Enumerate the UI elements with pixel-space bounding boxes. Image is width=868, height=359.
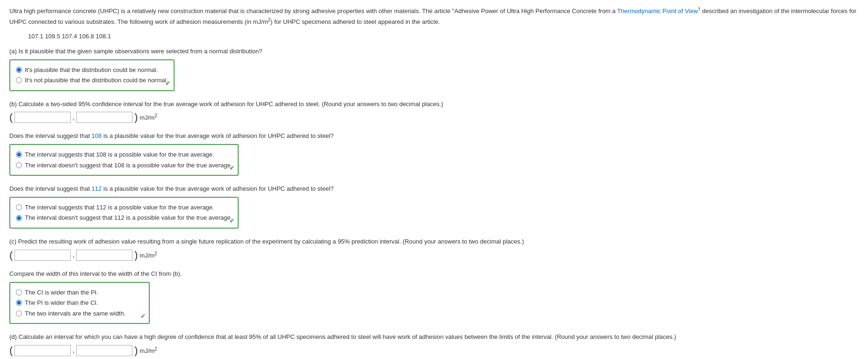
part-b-108-option1-label: The interval suggests that 108 is a poss…: [25, 150, 214, 159]
part-b-q2-text1: Does the interval suggest that: [9, 132, 92, 139]
part-c-compare-option3[interactable]: The two intervals are the same width.: [16, 309, 143, 318]
part-b-108-answer-box: The interval suggests that 108 is a poss…: [9, 144, 239, 176]
part-b-input1[interactable]: [15, 112, 71, 123]
part-c-compare-answer-box: The CI is wider than the PI. The PI is w…: [9, 282, 150, 324]
part-b-q3-text2: is a plausible value for the true averag…: [102, 185, 334, 192]
open-paren-c: (: [9, 250, 13, 260]
part-a-option1-label: It's plausible that the distribution cou…: [25, 65, 158, 75]
part-b-q2-highlight: 108: [92, 132, 102, 139]
comma-c: ,: [73, 250, 74, 260]
intro-paragraph: Ultra high performance concrete (UHPC) i…: [9, 6, 859, 27]
part-b-108-section: Does the interval suggest that 108 is a …: [9, 131, 859, 176]
open-paren-d: (: [9, 345, 13, 356]
part-b-input-row: ( , ) mJ/m2: [9, 112, 859, 123]
part-d-input2[interactable]: [76, 345, 132, 356]
part-c-compare-option1[interactable]: The CI is wider than the PI.: [16, 288, 143, 297]
open-paren-b: (: [9, 112, 13, 122]
data-values: 107.1 109.5 107.4 106.8 108.1: [28, 32, 859, 41]
part-c-compare-section: Compare the width of this interval to th…: [9, 269, 859, 324]
part-b-108-checkmark: ✔: [229, 163, 235, 173]
part-b-112-option1[interactable]: The interval suggests that 112 is a poss…: [16, 203, 232, 212]
part-a-checkmark: ✔: [165, 79, 171, 88]
part-d-units: mJ/m2: [140, 345, 157, 356]
part-a-radio2[interactable]: [16, 77, 22, 83]
close-paren-b: ): [134, 112, 138, 122]
close-paren-c: ): [134, 250, 138, 260]
part-c-input-row: ( , ) mJ/m2: [9, 250, 859, 261]
close-paren-d: ): [134, 345, 138, 356]
part-b-units: mJ/m2: [140, 112, 157, 122]
part-c-compare-radio1[interactable]: [16, 289, 22, 295]
part-c-compare-radio2[interactable]: [16, 300, 22, 306]
part-a-section: (a) Is it plausible that the given sampl…: [9, 47, 859, 91]
part-a-answer-box: It's plausible that the distribution cou…: [9, 59, 175, 91]
part-b-108-radio2[interactable]: [16, 162, 22, 168]
part-a-radio1[interactable]: [16, 67, 22, 73]
part-b-112-section: Does the interval suggest that 112 is a …: [9, 184, 859, 229]
part-b-112-option1-label: The interval suggests that 112 is a poss…: [25, 203, 214, 212]
part-b-112-answer-box: The interval suggests that 112 is a poss…: [9, 197, 239, 229]
comma-b: ,: [73, 113, 74, 122]
part-c-compare-option1-label: The CI is wider than the PI.: [25, 288, 98, 297]
part-b-108-radio1[interactable]: [16, 151, 22, 158]
part-b-112-radio1[interactable]: [16, 204, 22, 210]
part-c-compare-option2[interactable]: The PI is wider than the CI.: [16, 298, 143, 308]
part-c-compare-radio3[interactable]: [16, 310, 22, 316]
part-c-input2[interactable]: [76, 250, 132, 261]
part-b-section: (b) Calculate a two-sided 95% confidence…: [9, 100, 859, 123]
part-b-108-option2[interactable]: The interval doesn't suggest that 108 is…: [16, 161, 232, 170]
intro-text1: Ultra high performance concrete (UHPC) i…: [9, 7, 617, 14]
part-c-compare-option3-label: The two intervals are the same width.: [25, 309, 125, 318]
comma-d: ,: [73, 345, 74, 355]
part-b-q2-text2: is a plausible value for the true averag…: [102, 132, 334, 139]
part-b-112-checkmark: ✔: [229, 216, 235, 226]
part-a-option2-label: It's not plausible that the distribution…: [25, 76, 168, 85]
part-c-compare-label: Compare the width of this interval to th…: [9, 269, 859, 279]
part-b-112-option2-label: The interval doesn't suggest that 112 is…: [25, 213, 232, 223]
part-a-label: (a) Is it plausible that the given sampl…: [9, 47, 859, 57]
part-c-input1[interactable]: [15, 250, 71, 261]
part-a-option1[interactable]: It's plausible that the distribution cou…: [16, 65, 168, 75]
part-c-units: mJ/m2: [140, 250, 157, 260]
part-b-108-option2-label: The interval doesn't suggest that 108 is…: [25, 161, 232, 170]
part-c-compare-option2-label: The PI is wider than the CI.: [25, 298, 98, 308]
part-d-input-row: ( , ) mJ/m2: [9, 345, 859, 356]
part-d-input1[interactable]: [15, 345, 71, 356]
part-c-section: (c) Predict the resulting work of adhesi…: [9, 237, 859, 261]
part-a-option2[interactable]: It's not plausible that the distribution…: [16, 76, 168, 85]
part-b-input2[interactable]: [76, 112, 132, 123]
part-b-112-label: Does the interval suggest that 112 is a …: [9, 184, 859, 194]
part-b-q3-text1: Does the interval suggest that: [9, 185, 92, 192]
part-c-compare-checkmark: ✔: [140, 311, 146, 321]
part-b-112-option2[interactable]: The interval doesn't suggest that 112 is…: [16, 213, 232, 223]
part-d-label: (d) Calculate an interval for which you …: [9, 332, 859, 342]
part-b-108-label: Does the interval suggest that 108 is a …: [9, 131, 859, 141]
part-c-label: (c) Predict the resulting work of adhesi…: [9, 237, 859, 247]
part-b-108-option1[interactable]: The interval suggests that 108 is a poss…: [16, 150, 232, 159]
article-link[interactable]: Thermodynamic Point of View: [617, 7, 698, 14]
part-b-112-radio2[interactable]: [16, 215, 22, 221]
part-b-q3-highlight: 112: [92, 185, 102, 192]
part-b-label: (b) Calculate a two-sided 95% confidence…: [9, 100, 859, 109]
part-d-section: (d) Calculate an interval for which you …: [9, 332, 859, 356]
